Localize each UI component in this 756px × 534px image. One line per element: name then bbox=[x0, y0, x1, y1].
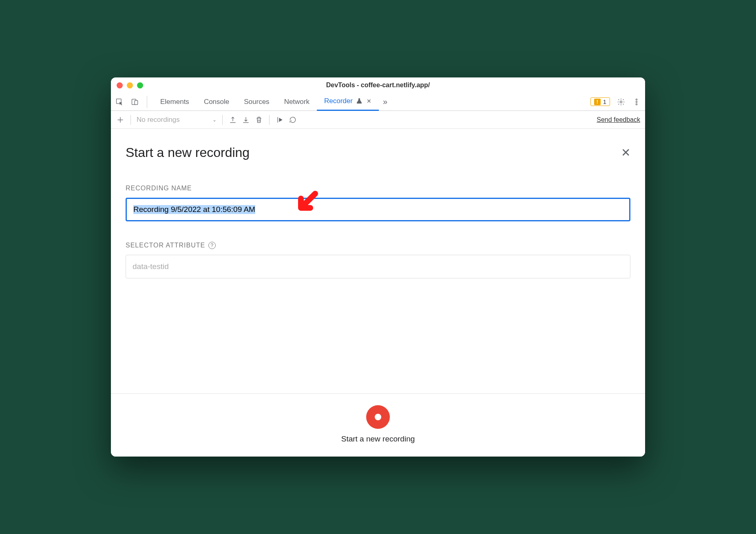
svg-point-6 bbox=[636, 104, 637, 105]
devtools-window: DevTools - coffee-cart.netlify.app/ Elem… bbox=[111, 77, 645, 457]
divider bbox=[269, 115, 270, 125]
warnings-count: 1 bbox=[603, 98, 606, 105]
tab-console-label: Console bbox=[204, 98, 229, 106]
send-feedback-link[interactable]: Send feedback bbox=[597, 116, 640, 124]
replay-icon[interactable] bbox=[288, 115, 297, 124]
help-icon[interactable]: ? bbox=[208, 242, 216, 249]
tab-elements[interactable]: Elements bbox=[153, 93, 197, 111]
recorder-toolbar: No recordings ⌄ Send feedback bbox=[111, 111, 645, 129]
device-toolbar-icon[interactable] bbox=[130, 97, 139, 106]
svg-point-5 bbox=[636, 101, 637, 102]
selector-attribute-label: SELECTOR ATTRIBUTE ? bbox=[126, 242, 630, 249]
minimize-window-button[interactable] bbox=[127, 82, 133, 88]
recording-name-label: RECORDING NAME bbox=[126, 185, 630, 192]
maximize-window-button[interactable] bbox=[137, 82, 143, 88]
svg-rect-2 bbox=[135, 100, 138, 104]
tab-recorder-label: Recorder bbox=[324, 97, 353, 105]
recordings-dropdown-label: No recordings bbox=[137, 116, 180, 124]
start-recording-button[interactable] bbox=[366, 405, 390, 429]
tab-sources-label: Sources bbox=[244, 98, 269, 106]
titlebar: DevTools - coffee-cart.netlify.app/ bbox=[111, 77, 645, 93]
tab-network-label: Network bbox=[284, 98, 309, 106]
chevron-down-icon: ⌄ bbox=[212, 117, 217, 123]
kebab-menu-icon[interactable] bbox=[632, 97, 641, 106]
recorder-footer: Start a new recording bbox=[111, 393, 645, 457]
recording-name-value: Recording 9/5/2022 at 10:56:09 AM bbox=[133, 205, 255, 214]
tab-console[interactable]: Console bbox=[197, 93, 237, 111]
record-icon bbox=[375, 414, 381, 420]
tab-network[interactable]: Network bbox=[277, 93, 317, 111]
warnings-badge[interactable]: ! 1 bbox=[590, 97, 610, 106]
divider bbox=[222, 115, 223, 125]
inspect-element-icon[interactable] bbox=[115, 97, 124, 106]
tab-recorder[interactable]: Recorder ✕ bbox=[317, 93, 379, 111]
recordings-dropdown[interactable]: No recordings ⌄ bbox=[137, 116, 217, 124]
settings-icon[interactable] bbox=[617, 97, 626, 106]
selector-attribute-label-text: SELECTOR ATTRIBUTE bbox=[126, 242, 205, 249]
new-recording-form: Start a new recording ✕ RECORDING NAME R… bbox=[111, 129, 645, 393]
tab-elements-label: Elements bbox=[160, 98, 189, 106]
close-icon[interactable]: ✕ bbox=[621, 146, 630, 159]
close-window-button[interactable] bbox=[117, 82, 123, 88]
traffic-lights bbox=[117, 82, 143, 88]
window-title: DevTools - coffee-cart.netlify.app/ bbox=[326, 82, 430, 89]
svg-point-3 bbox=[620, 101, 622, 103]
start-recording-label: Start a new recording bbox=[341, 435, 415, 444]
recorder-panel: Start a new recording ✕ RECORDING NAME R… bbox=[111, 129, 645, 457]
import-icon[interactable] bbox=[241, 115, 250, 124]
close-tab-icon[interactable]: ✕ bbox=[367, 98, 371, 104]
more-tabs-icon[interactable]: » bbox=[379, 97, 391, 106]
svg-point-4 bbox=[636, 99, 637, 100]
add-recording-icon[interactable] bbox=[116, 115, 125, 124]
page-title: Start a new recording bbox=[126, 145, 250, 160]
recording-name-input[interactable]: Recording 9/5/2022 at 10:56:09 AM bbox=[126, 198, 630, 221]
tab-sources[interactable]: Sources bbox=[237, 93, 276, 111]
warning-icon: ! bbox=[594, 99, 601, 105]
flask-icon bbox=[356, 98, 363, 104]
export-icon[interactable] bbox=[228, 115, 237, 124]
devtools-tabstrip: Elements Console Sources Network Recorde… bbox=[111, 93, 645, 111]
annotation-arrow-icon bbox=[293, 190, 321, 220]
selector-attribute-input[interactable] bbox=[126, 255, 630, 278]
delete-icon[interactable] bbox=[254, 115, 263, 124]
divider bbox=[130, 115, 131, 125]
step-icon[interactable] bbox=[275, 115, 284, 124]
